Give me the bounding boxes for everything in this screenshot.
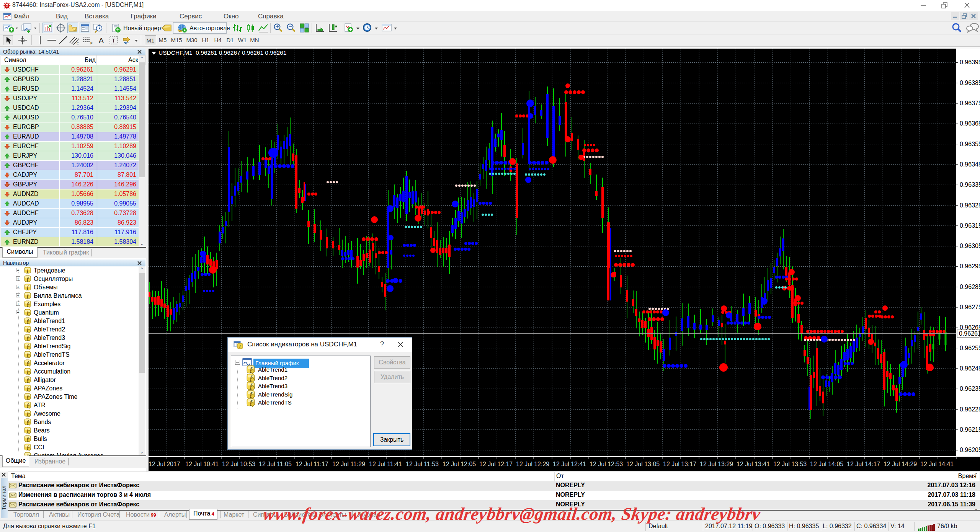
svg-text:0.96215: 0.96215 — [960, 426, 980, 433]
svg-text:12 Jul 13:53: 12 Jul 13:53 — [773, 461, 807, 467]
svg-text:12 Jul 10:41: 12 Jul 10:41 — [185, 461, 219, 467]
svg-text:0.96325: 0.96325 — [960, 202, 980, 209]
svg-text:0.96355: 0.96355 — [960, 141, 980, 147]
svg-text:0.96305: 0.96305 — [960, 243, 980, 249]
svg-text:12 Jul 13:17: 12 Jul 13:17 — [663, 461, 696, 467]
svg-text:12 Jul 13:29: 12 Jul 13:29 — [700, 461, 733, 467]
svg-text:0.96335: 0.96335 — [960, 181, 980, 188]
svg-text:0.96225: 0.96225 — [960, 406, 980, 413]
svg-text:0.96395: 0.96395 — [960, 59, 980, 65]
svg-text:12 Jul 14:29: 12 Jul 14:29 — [884, 461, 917, 467]
svg-text:0.96245: 0.96245 — [960, 365, 980, 372]
svg-text:12 Jul 11:41: 12 Jul 11:41 — [369, 461, 402, 467]
svg-text:0.96315: 0.96315 — [960, 222, 980, 229]
svg-text:12 Jul 11:53: 12 Jul 11:53 — [406, 461, 439, 467]
svg-text:12 Jul 12:29: 12 Jul 12:29 — [516, 461, 549, 467]
svg-text:12 Jul 2017: 12 Jul 2017 — [149, 461, 180, 467]
svg-text:0.96205: 0.96205 — [960, 447, 980, 453]
svg-text:12 Jul 12:41: 12 Jul 12:41 — [553, 461, 586, 467]
svg-text:0.96385: 0.96385 — [960, 80, 980, 86]
svg-text:12 Jul 14:17: 12 Jul 14:17 — [847, 461, 880, 467]
svg-text:0.96295: 0.96295 — [960, 263, 980, 269]
svg-text:0.96285: 0.96285 — [960, 284, 980, 290]
svg-text:12 Jul 12:17: 12 Jul 12:17 — [479, 461, 513, 467]
svg-text:12 Jul 13:41: 12 Jul 13:41 — [737, 461, 770, 467]
svg-text:12 Jul 11:29: 12 Jul 11:29 — [332, 461, 365, 467]
svg-text:0.96255: 0.96255 — [960, 345, 980, 351]
svg-text:12 Jul 10:53: 12 Jul 10:53 — [222, 461, 255, 467]
svg-text:0.96375: 0.96375 — [960, 100, 980, 106]
svg-text:12 Jul 12:05: 12 Jul 12:05 — [443, 461, 476, 467]
svg-text:0.96345: 0.96345 — [960, 161, 980, 168]
svg-text:0.96275: 0.96275 — [960, 304, 980, 310]
svg-text:0.96365: 0.96365 — [960, 120, 980, 127]
svg-text:12 Jul 11:17: 12 Jul 11:17 — [296, 461, 328, 467]
svg-text:12 Jul 12:53: 12 Jul 12:53 — [590, 461, 623, 467]
svg-text:0.96235: 0.96235 — [960, 385, 980, 392]
svg-text:12 Jul 13:05: 12 Jul 13:05 — [626, 461, 660, 467]
svg-text:0.96261: 0.96261 — [959, 330, 980, 337]
svg-text:12 Jul 11:05: 12 Jul 11:05 — [259, 461, 292, 467]
svg-text:12 Jul 14:05: 12 Jul 14:05 — [810, 461, 843, 467]
svg-text:USDCHF,M1 0.96261 0.96267 0.9: USDCHF,M1 0.96261 0.96267 0.96261 0.9626… — [158, 49, 286, 56]
svg-text:12 Jul 14:41: 12 Jul 14:41 — [920, 461, 954, 467]
